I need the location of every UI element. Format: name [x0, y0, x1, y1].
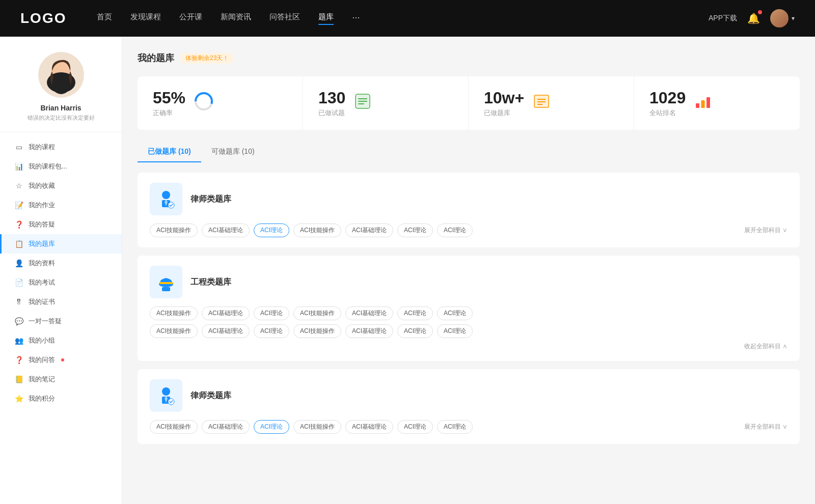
certificate-label: 我的证书: [29, 297, 55, 306]
bank-tags-1: ACI技能操作 ACI基础理论 ACI理论 ACI技能操作 ACI基础理论 AC…: [150, 223, 787, 237]
tag-3-1[interactable]: ACI基础理论: [202, 420, 250, 434]
tag-2-0[interactable]: ACI技能操作: [150, 306, 198, 320]
tab-available[interactable]: 可做题库 (10): [201, 142, 265, 162]
tag-3-0[interactable]: ACI技能操作: [150, 420, 198, 434]
tag-2-1[interactable]: ACI基础理论: [202, 306, 250, 320]
sidebar-item-profile[interactable]: 👤 我的资料: [0, 254, 122, 273]
header-right: APP下载 🔔 ▾: [709, 9, 795, 27]
tag-2-2[interactable]: ACI理论: [254, 306, 289, 320]
exam-icon: 📄: [14, 278, 23, 287]
expand-link-1[interactable]: 展开全部科目 ∨: [744, 226, 787, 235]
lawyer-icon-2: [155, 384, 177, 407]
tag-1-0[interactable]: ACI技能操作: [150, 223, 198, 237]
notification-bell[interactable]: 🔔: [747, 12, 760, 24]
homework-icon: 📝: [14, 201, 23, 209]
tab-done[interactable]: 已做题库 (10): [138, 142, 201, 162]
tag-2-r2-3[interactable]: ACI技能操作: [293, 324, 341, 338]
tag-2-r2-1[interactable]: ACI基础理论: [202, 324, 250, 338]
global-rank-icon: [694, 92, 712, 114]
done-questions-icon: [354, 92, 372, 114]
expand-link-3[interactable]: 展开全部科目 ∨: [744, 423, 787, 431]
exam-label: 我的考试: [29, 278, 55, 287]
tag-1-3[interactable]: ACI技能操作: [293, 223, 341, 237]
favorites-icon: ☆: [14, 182, 23, 190]
sidebar-item-certificate[interactable]: 🎖 我的证书: [0, 292, 122, 312]
sidebar-item-favorites[interactable]: ☆ 我的收藏: [0, 176, 122, 195]
bank-icon-engineer: [150, 266, 182, 298]
bank-name-1: 律师类题库: [191, 194, 231, 205]
tab-bar: 已做题库 (10) 可做题库 (10): [138, 142, 800, 162]
tag-1-4[interactable]: ACI基础理论: [345, 223, 393, 237]
tag-2-3[interactable]: ACI技能操作: [293, 306, 341, 320]
avatar-svg: [38, 52, 84, 98]
tag-2-r2-4[interactable]: ACI基础理论: [345, 324, 393, 338]
tag-2-r2-6[interactable]: ACI理论: [437, 324, 473, 338]
nav-home[interactable]: 首页: [97, 12, 112, 25]
bank-list: 律师类题库 ACI技能操作 ACI基础理论 ACI理论 ACI技能操作 ACI基…: [138, 173, 800, 444]
notification-badge: [758, 10, 762, 14]
sidebar-item-qa[interactable]: ❓ 我的答疑: [0, 215, 122, 234]
sidebar-item-notes[interactable]: 📒 我的笔记: [0, 370, 122, 389]
user-avatar-menu[interactable]: ▾: [770, 9, 795, 27]
profile-section: Brian Harris 错误的决定比没有决定要好: [0, 52, 122, 132]
nav-opencourse[interactable]: 公开课: [179, 12, 202, 25]
bank-icon: 📋: [14, 240, 23, 248]
tag-1-1[interactable]: ACI基础理论: [202, 223, 250, 237]
tag-2-6[interactable]: ACI理论: [437, 306, 473, 320]
stat-done-questions: 130 已做试题: [303, 76, 469, 130]
nav-bank[interactable]: 题库: [318, 12, 334, 25]
bank-icon-lawyer-1: [150, 183, 182, 215]
bank-tags-3: ACI技能操作 ACI基础理论 ACI理论 ACI技能操作 ACI基础理论 AC…: [150, 420, 787, 434]
chevron-down-icon: ▾: [792, 15, 795, 22]
tag-2-r2-5[interactable]: ACI理论: [397, 324, 433, 338]
tag-1-5[interactable]: ACI理论: [397, 223, 433, 237]
tag-2-r2-2[interactable]: ACI理论: [254, 324, 289, 338]
stat-global-rank: 1029 全站排名: [634, 76, 800, 130]
packages-label: 我的课程包...: [29, 162, 67, 171]
svg-point-26: [162, 387, 170, 396]
qa-label: 我的答疑: [29, 220, 55, 229]
bank-card-lawyer-2: 律师类题库 ACI技能操作 ACI基础理论 ACI理论 ACI技能操作 ACI基…: [138, 369, 800, 444]
tag-3-5[interactable]: ACI理论: [397, 420, 433, 434]
nav-more[interactable]: ···: [352, 12, 360, 25]
sidebar-item-exam[interactable]: 📄 我的考试: [0, 273, 122, 292]
profile-label: 我的资料: [29, 259, 55, 268]
nav-discover[interactable]: 发现课程: [130, 12, 161, 25]
qa-icon: ❓: [14, 220, 23, 229]
notes-label: 我的笔记: [29, 375, 55, 384]
tag-2-4[interactable]: ACI基础理论: [345, 306, 393, 320]
notes-icon: 📒: [14, 375, 23, 383]
sidebar-item-group[interactable]: 👥 我的小组: [0, 331, 122, 350]
trial-badge: 体验剩余23天！: [180, 53, 234, 64]
tag-3-2[interactable]: ACI理论: [254, 420, 289, 434]
sidebar-item-tutor[interactable]: 💬 一对一答疑: [0, 312, 122, 331]
logo: LOGO: [20, 10, 66, 26]
sidebar-item-homework[interactable]: 📝 我的作业: [0, 195, 122, 215]
bank-header-1: 律师类题库: [150, 183, 787, 215]
tag-2-r2-0[interactable]: ACI技能操作: [150, 324, 198, 338]
sidebar-item-questions[interactable]: ❓ 我的问答: [0, 350, 122, 370]
bank-name-2: 工程类题库: [191, 277, 231, 288]
tag-1-2[interactable]: ACI理论: [254, 223, 289, 237]
tag-3-3[interactable]: ACI技能操作: [293, 420, 341, 434]
sidebar-item-bank[interactable]: 📋 我的题库: [0, 234, 122, 254]
tag-3-4[interactable]: ACI基础理论: [345, 420, 393, 434]
tag-1-6[interactable]: ACI理论: [437, 223, 473, 237]
tag-3-6[interactable]: ACI理论: [437, 420, 473, 434]
stats-grid: 55% 正确率 130 已做试题: [138, 76, 800, 130]
layout: Brian Harris 错误的决定比没有决定要好 ▭ 我的课程 📊 我的课程包…: [0, 37, 815, 504]
tag-2-5[interactable]: ACI理论: [397, 306, 433, 320]
app-download-link[interactable]: APP下载: [709, 14, 737, 23]
sidebar-item-courses[interactable]: ▭ 我的课程: [0, 137, 122, 157]
courses-icon: ▭: [14, 143, 23, 151]
stat-done-banks: 10w+ 已做题库: [469, 76, 634, 130]
main-nav: 首页 发现课程 公开课 新闻资讯 问答社区 题库 ···: [97, 12, 709, 25]
courses-label: 我的课程: [29, 143, 55, 152]
sidebar-item-points[interactable]: ⭐ 我的积分: [0, 389, 122, 408]
nav-qa[interactable]: 问答社区: [269, 12, 300, 25]
stat-number-2: 130 已做试题: [318, 89, 345, 118]
sidebar-item-packages[interactable]: 📊 我的课程包...: [0, 157, 122, 176]
collapse-link-2[interactable]: 收起全部科目 ∧: [744, 342, 787, 351]
nav-news[interactable]: 新闻资讯: [221, 12, 251, 25]
svg-rect-25: [162, 287, 170, 291]
